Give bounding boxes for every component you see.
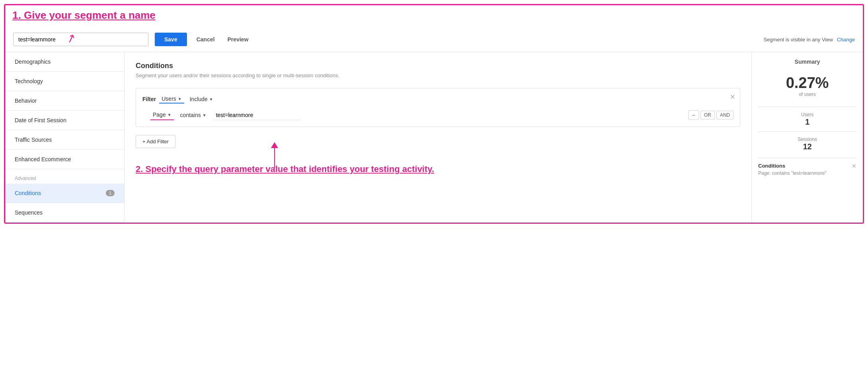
step1-annotation: 1. Give your segment a name [12,9,156,21]
add-filter-button[interactable]: + Add Filter [136,135,175,148]
sidebar-item-technology[interactable]: Technology [5,72,124,91]
field-dropdown[interactable]: Page ▼ [150,110,174,120]
preview-button[interactable]: Preview [224,33,252,46]
filter-close-icon[interactable]: ✕ [730,93,735,101]
operator-dropdown[interactable]: contains ▼ [178,110,209,120]
filter-actions: − OR AND [688,110,734,120]
header-bar: Save Cancel Preview Segment is visible i… [5,27,863,52]
summary-condition-box: ✕ Conditions Page: contains "test=learnm… [758,158,856,176]
summary-condition-title: Conditions [758,163,856,169]
main-wrapper: 1. Give your segment a name ↙ Save Cance… [4,4,864,224]
summary-percentage: 0.27% [758,74,856,92]
segment-name-input[interactable] [13,33,148,46]
step2-annotation: 2. Specify the query parameter value tha… [136,164,740,174]
filter-value-input[interactable] [213,110,300,120]
summary-condition-close-icon[interactable]: ✕ [852,163,856,169]
filter-label: Filter [142,96,156,102]
sidebar-item-behavior[interactable]: Behavior [5,91,124,111]
filter-box: ✕ Filter Users ▼ Include ▼ Page ▼ [136,88,740,127]
main-content: Demographics Technology Behavior Date of… [5,52,863,223]
visibility-text: Segment is visible in any View [763,37,833,43]
summary-divider1 [758,107,856,107]
arrow2-line [274,148,275,168]
sidebar: Demographics Technology Behavior Date of… [5,52,125,223]
conditions-label: Conditions [15,190,41,196]
sidebar-item-date-of-first-session[interactable]: Date of First Session [5,111,124,130]
users-label: Users [162,96,176,102]
conditions-subtitle: Segment your users and/or their sessions… [136,72,740,78]
operator-dropdown-arrow: ▼ [202,113,206,117]
step2-section: 2. Specify the query parameter value tha… [136,164,740,174]
sidebar-item-conditions[interactable]: Conditions 1 [5,184,124,203]
sidebar-item-traffic-sources[interactable]: Traffic Sources [5,130,124,150]
field-dropdown-arrow: ▼ [167,113,171,117]
center-panel: Conditions Segment your users and/or the… [125,52,751,223]
conditions-title: Conditions [136,62,740,70]
include-dropdown[interactable]: Include ▼ [187,95,216,103]
users-dropdown[interactable]: Users ▼ [159,95,184,104]
sidebar-item-demographics[interactable]: Demographics [5,52,124,72]
remove-condition-button[interactable]: − [688,110,699,120]
cancel-button[interactable]: Cancel [193,33,218,46]
summary-panel: Summary 0.27% of users Users 1 Sessions … [751,52,863,223]
summary-divider2 [758,131,856,132]
filter-header: Filter Users ▼ Include ▼ [142,95,734,104]
summary-of-users: of users [758,92,856,97]
visibility-info: Segment is visible in any View Change [763,37,855,43]
conditions-badge: 1 [106,190,115,196]
include-label: Include [190,96,208,102]
sessions-stat-label: Sessions [758,137,856,142]
users-stat-value: 1 [758,117,856,127]
field-label: Page [153,111,166,118]
sidebar-item-sequences[interactable]: Sequences [5,203,124,223]
filter-row: Page ▼ contains ▼ − OR AND [150,110,734,120]
save-button[interactable]: Save [155,33,187,46]
arrow2-container [271,142,278,168]
or-button[interactable]: OR [701,111,715,119]
users-dropdown-arrow: ▼ [178,97,182,101]
arrow2-head-icon [271,142,278,148]
summary-title: Summary [758,59,856,65]
sidebar-item-enhanced-ecommerce[interactable]: Enhanced Ecommerce [5,150,124,169]
sessions-stat-value: 12 [758,142,856,151]
include-dropdown-arrow: ▼ [209,97,213,102]
operator-label: contains [180,112,201,118]
change-link[interactable]: Change [837,37,855,43]
and-button[interactable]: AND [716,111,734,119]
summary-condition-desc: Page: contains "test=learnmore" [758,170,856,176]
users-stat-label: Users [758,112,856,117]
advanced-section-label: Advanced [5,169,124,184]
